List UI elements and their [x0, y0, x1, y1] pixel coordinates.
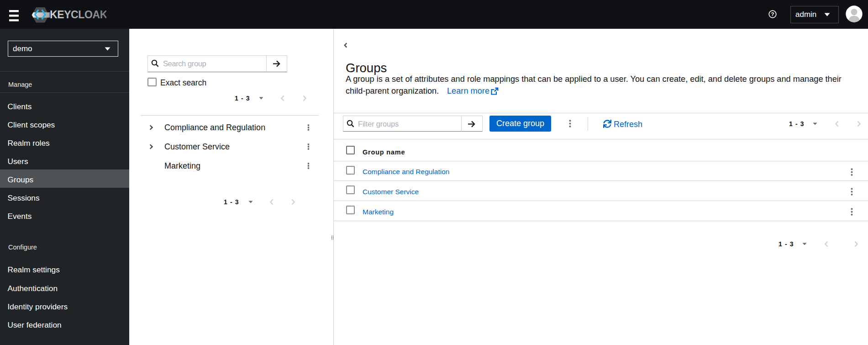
- svg-text:?: ?: [771, 11, 774, 17]
- svg-text:KEYCLOAK: KEYCLOAK: [50, 9, 106, 21]
